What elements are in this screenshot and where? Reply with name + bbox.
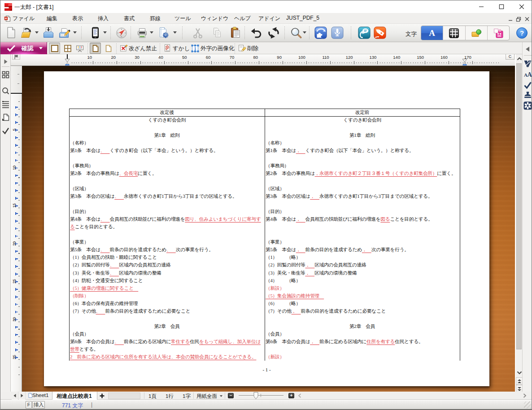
- grid-mode-button[interactable]: [443, 26, 465, 40]
- menu-item-表示[interactable]: 表示: [72, 15, 83, 22]
- image-parts-button[interactable]: [466, 26, 488, 40]
- zoom-slider-thumb[interactable]: [253, 392, 258, 399]
- font-size-aa-icon[interactable]: A A: [523, 70, 532, 79]
- sidebar-check-icon[interactable]: [1, 126, 10, 135]
- delete-label[interactable]: 削除: [247, 45, 258, 52]
- add-sheet-button[interactable]: [97, 392, 107, 400]
- view-multi-page-button[interactable]: [62, 43, 73, 54]
- mdi-restore-button[interactable]: [515, 16, 522, 22]
- char-indicator[interactable]: 1字: [183, 393, 191, 400]
- tab-scroll-right-button[interactable]: [19, 392, 26, 400]
- page-thumbnail-button[interactable]: [103, 43, 114, 54]
- navigation-compass-button[interactable]: [115, 26, 128, 39]
- mdi-minimize-button[interactable]: [507, 16, 514, 22]
- undo-button[interactable]: [249, 26, 263, 39]
- marker-button[interactable]: [373, 26, 387, 39]
- collapse-panel-icon[interactable]: [523, 45, 532, 53]
- vertical-ruler[interactable]: 5101520253035: [11, 66, 22, 392]
- previous-page-button[interactable]: [516, 377, 523, 385]
- menu-item-ウィンドウ[interactable]: ウィンドウ: [201, 15, 228, 22]
- search-button[interactable]: [289, 26, 303, 39]
- window-minimize-button[interactable]: [471, 0, 491, 13]
- voice-input-button[interactable]: [331, 26, 344, 39]
- just-tools-button[interactable]: [314, 26, 327, 39]
- save-button[interactable]: [42, 26, 55, 39]
- chevron-right-small-icon[interactable]: [523, 393, 527, 398]
- copy-button-disabled[interactable]: [210, 26, 223, 39]
- title-bar[interactable]: 一太郎 - [文書1]: [0, 0, 532, 13]
- menu-item-挿入[interactable]: 挿入: [98, 15, 109, 22]
- page-thumbnail-button-active[interactable]: [90, 43, 101, 54]
- sidebar-search-icon[interactable]: [1, 87, 10, 95]
- mdi-close-button[interactable]: [524, 16, 530, 22]
- resize-grip[interactable]: [524, 401, 531, 409]
- save-as-dropdown-arrow[interactable]: [73, 31, 77, 34]
- gaiji-imaging-icon[interactable]: 1: [191, 44, 200, 53]
- view-mode-dropdown-arrow[interactable]: [220, 395, 222, 397]
- gaiji-imaging-label[interactable]: 外字の画像化: [201, 45, 234, 52]
- horizontal-ruler[interactable]: 1020304050607080901001101201301401501601…: [11, 54, 515, 66]
- help-button[interactable]: ?: [516, 27, 528, 39]
- palette-check-icon[interactable]: [523, 81, 532, 89]
- tab-scroll-left-button[interactable]: [12, 392, 18, 400]
- open-dropdown-arrow[interactable]: [35, 31, 39, 34]
- watermark-label[interactable]: すかし: [173, 45, 190, 52]
- comment-button[interactable]: [358, 26, 371, 39]
- ebook-view-button[interactable]: [88, 26, 102, 39]
- confirm-mode-button[interactable]: 確認: [0, 42, 47, 54]
- cut-button-disabled[interactable]: [191, 26, 205, 39]
- stamp-icon[interactable]: [523, 91, 532, 99]
- delete-icon[interactable]: [238, 44, 247, 52]
- ebook-dropdown-arrow[interactable]: [103, 31, 107, 34]
- menu-item-ツール[interactable]: ツール: [174, 15, 191, 22]
- tamper-protection-label[interactable]: 改ざん禁止: [129, 45, 157, 52]
- menu-item-ヘルプ[interactable]: ヘルプ: [234, 15, 251, 22]
- sheet-tab-Sheet1[interactable]: Sheet1: [26, 392, 52, 400]
- document-page[interactable]: 改定後くすのき町会会則第1章 総則（名称）第1条 本会は、 くすのき町会（以下「…: [44, 71, 489, 386]
- print-settings-dropdown-arrow[interactable]: [173, 31, 177, 34]
- view-presentation-button[interactable]: [74, 43, 85, 54]
- page-setup-flag-button[interactable]: [12, 54, 20, 60]
- menu-item-編集[interactable]: 編集: [47, 15, 57, 22]
- scroll-down-button[interactable]: [516, 368, 523, 377]
- parts-palette-button[interactable]: [488, 26, 509, 40]
- scrollbar-thumb[interactable]: [516, 63, 522, 349]
- print-dropdown-arrow[interactable]: [150, 31, 153, 34]
- confirm-dropdown-arrow[interactable]: [39, 47, 43, 49]
- menu-item-書式[interactable]: 書式: [124, 15, 135, 22]
- zoom-out-button[interactable]: –: [228, 393, 234, 398]
- open-button[interactable]: [20, 26, 33, 39]
- page-jump-icon[interactable]: [1, 113, 10, 122]
- zoom-in-button[interactable]: +: [288, 393, 294, 398]
- paste-button[interactable]: [228, 26, 242, 39]
- left-margin-marker[interactable]: [65, 59, 70, 66]
- tamper-protection-icon[interactable]: [120, 44, 128, 52]
- menu-item-JUST_PDF_5[interactable]: JUST_PDF_5: [286, 15, 319, 21]
- line-indicator[interactable]: 1行: [166, 393, 174, 400]
- print-settings-button[interactable]: [157, 26, 170, 39]
- proofread-v-icon[interactable]: [523, 59, 532, 68]
- search-dropdown-arrow[interactable]: [303, 31, 306, 34]
- new-document-button[interactable]: [4, 26, 18, 39]
- window-close-button[interactable]: [511, 0, 532, 13]
- menu-item-ファイル[interactable]: ファイル: [13, 15, 35, 22]
- print-button[interactable]: [135, 26, 148, 39]
- chevron-left-small-icon[interactable]: [298, 393, 301, 398]
- ruler-unit-button[interactable]: C: [506, 54, 515, 60]
- menu-item-アドイン[interactable]: アドイン: [258, 15, 280, 22]
- page-layout-grid-icon[interactable]: [1, 70, 10, 79]
- watermark-icon[interactable]: [164, 44, 171, 52]
- function-key-button[interactable]: F: [26, 401, 32, 409]
- outline-list-icon[interactable]: [1, 100, 10, 109]
- vertical-scrollbar[interactable]: [515, 54, 522, 392]
- view-single-page-button[interactable]: [49, 43, 60, 54]
- sheet-tab-相違点比較表1[interactable]: 相違点比較表1: [52, 392, 97, 400]
- document-canvas[interactable]: 改定後くすのき町会会則第1章 総則（名称）第1条 本会は、 くすのき町会（以下「…: [22, 66, 515, 392]
- right-margin-marker[interactable]: [462, 59, 467, 66]
- insert-mode-button[interactable]: 挿入: [32, 401, 45, 409]
- just-flower-icon[interactable]: [523, 101, 532, 110]
- scroll-up-button[interactable]: [516, 54, 523, 63]
- expand-panel-icon[interactable]: [1, 57, 10, 66]
- menu-item-罫線[interactable]: 罫線: [150, 15, 161, 22]
- character-mode-button[interactable]: A: [421, 26, 443, 40]
